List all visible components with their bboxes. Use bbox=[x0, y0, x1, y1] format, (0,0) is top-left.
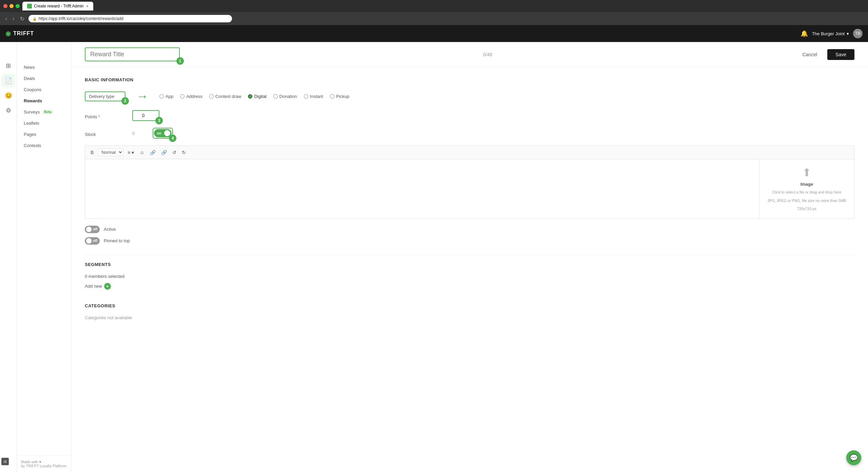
redo-button[interactable]: ↻ bbox=[180, 149, 187, 156]
plus-icon: + bbox=[104, 283, 111, 290]
delivery-option-app[interactable]: App bbox=[159, 94, 173, 99]
pinned-toggle-off-label: off bbox=[93, 239, 97, 243]
sidebar-item-label-deals: Deals bbox=[24, 76, 35, 81]
window-controls[interactable] bbox=[3, 4, 20, 8]
radio-donation[interactable] bbox=[273, 94, 278, 99]
reload-button[interactable]: ↻ bbox=[19, 15, 26, 23]
stock-toggle[interactable]: on bbox=[154, 129, 172, 137]
pinned-toggle-knob bbox=[86, 238, 92, 244]
radio-address[interactable] bbox=[180, 94, 185, 99]
sidebar-nav: News Deals Coupons Rewards Surveys Beta … bbox=[17, 42, 71, 472]
page-header: 1 0/48 Cancel Save bbox=[71, 42, 868, 67]
radio-app[interactable] bbox=[159, 94, 164, 99]
delivery-option-donation[interactable]: Donation bbox=[273, 94, 297, 99]
format-select[interactable]: Normal bbox=[98, 148, 123, 156]
sidebar-item-pages[interactable]: Pages bbox=[17, 129, 71, 140]
delivery-option-instant[interactable]: Instant bbox=[304, 94, 323, 99]
browser-chrome: Create reward - Trifft Admin ✕ bbox=[0, 0, 868, 12]
radio-digital[interactable] bbox=[248, 94, 252, 99]
main-content: 1 0/48 Cancel Save BASIC INFORMATION Del… bbox=[71, 42, 868, 472]
form-body: BASIC INFORMATION Delivery type 2 → App … bbox=[71, 67, 868, 330]
categories-section: CATEGORIES Categories not available bbox=[85, 296, 854, 320]
user-avatar[interactable]: TB bbox=[853, 29, 863, 38]
list-button[interactable]: ≡ ▾ bbox=[126, 149, 135, 156]
sidebar-item-deals[interactable]: Deals bbox=[17, 73, 71, 84]
notification-icon[interactable]: 🔔 bbox=[801, 30, 808, 37]
add-new-button[interactable]: Add new + bbox=[85, 283, 111, 290]
radio-pickup[interactable] bbox=[330, 94, 334, 99]
active-toggle-knob bbox=[86, 227, 92, 232]
address-bar[interactable]: 🔒 https://app.trifft.io/caciokiy/content… bbox=[28, 15, 232, 22]
sidebar-item-label-rewards: Rewards bbox=[24, 98, 42, 103]
annotation-2: 2 bbox=[121, 97, 129, 105]
categories-empty: Categories not available bbox=[85, 315, 854, 320]
delivery-options: App Address Contest draw Digital Donatio… bbox=[159, 94, 349, 99]
active-toggle[interactable]: off bbox=[85, 226, 100, 233]
sidebar-icon-grid[interactable]: ⊞ bbox=[2, 59, 15, 73]
maximize-button[interactable] bbox=[16, 4, 20, 8]
sidebar-item-contests[interactable]: Contests bbox=[17, 140, 71, 151]
delivery-option-pickup[interactable]: Pickup bbox=[330, 94, 349, 99]
sidebar-item-news[interactable]: News bbox=[17, 62, 71, 73]
tab-close-button[interactable]: ✕ bbox=[86, 4, 89, 8]
pinned-toggle[interactable]: off bbox=[85, 237, 100, 245]
widget-bottom[interactable]: id bbox=[1, 458, 9, 465]
link-button[interactable]: 🔗 bbox=[149, 149, 157, 156]
nav-section: News Deals Coupons Rewards Surveys Beta … bbox=[17, 59, 71, 154]
upload-icon: ⬆ bbox=[802, 166, 811, 179]
user-menu[interactable]: The Burger Joint ▾ bbox=[812, 31, 849, 36]
chevron-down-icon: ▾ bbox=[847, 31, 849, 36]
segments-section: SEGMENTS 0 members selected Add new + bbox=[85, 255, 854, 290]
sidebar-icon-content[interactable]: 📄 bbox=[2, 74, 15, 87]
browser-tab[interactable]: Create reward - Trifft Admin ✕ bbox=[22, 2, 93, 11]
minimize-button[interactable] bbox=[9, 4, 14, 8]
back-button[interactable]: ‹ bbox=[4, 15, 8, 22]
unlink-button[interactable]: 🔗 bbox=[160, 149, 168, 156]
sidebar-item-coupons[interactable]: Coupons bbox=[17, 84, 71, 95]
sidebar-item-rewards[interactable]: Rewards bbox=[17, 95, 71, 106]
delivery-option-address[interactable]: Address bbox=[180, 94, 202, 99]
close-button[interactable] bbox=[3, 4, 7, 8]
sidebar-item-leaflets[interactable]: Leaflets bbox=[17, 118, 71, 129]
description-editor[interactable] bbox=[85, 159, 759, 219]
sidebar-item-label-contests: Contests bbox=[24, 143, 41, 148]
delivery-option-digital[interactable]: Digital bbox=[248, 94, 266, 99]
delivery-option-contest-draw[interactable]: Contest draw bbox=[209, 94, 242, 99]
footer-line1: Made with ♥ bbox=[21, 460, 67, 464]
save-button[interactable]: Save bbox=[827, 49, 854, 60]
emoji-button[interactable]: ☺ bbox=[138, 149, 146, 156]
image-upload-area[interactable]: ⬆ Image Click to select a file or drag a… bbox=[759, 159, 854, 219]
delivery-label-wrapper: Delivery type 2 bbox=[85, 91, 126, 101]
undo-button[interactable]: ↺ bbox=[171, 149, 178, 156]
radio-instant[interactable] bbox=[304, 94, 308, 99]
app-topbar: ◉ TRIFFT 🔔 The Burger Joint ▾ TB bbox=[0, 25, 868, 42]
chat-button[interactable]: 💬 bbox=[846, 450, 861, 465]
annotation-arrow: → bbox=[136, 89, 149, 103]
pinned-toggle-row: off Pinned to top bbox=[85, 237, 854, 245]
header-actions: Cancel Save bbox=[795, 49, 854, 60]
active-toggle-off-label: off bbox=[93, 227, 97, 231]
pinned-label: Pinned to top bbox=[104, 238, 130, 243]
title-wrapper: 1 bbox=[85, 47, 180, 61]
sidebar-icon-settings[interactable]: ⚙ bbox=[2, 104, 15, 117]
logo-icon: ◉ bbox=[5, 30, 11, 37]
stock-label: Stock bbox=[85, 130, 126, 137]
reward-title-input[interactable] bbox=[85, 47, 180, 61]
forward-button[interactable]: › bbox=[11, 15, 16, 22]
radio-contest-draw[interactable] bbox=[209, 94, 214, 99]
add-new-label: Add new bbox=[85, 284, 102, 289]
cancel-button[interactable]: Cancel bbox=[795, 49, 824, 60]
categories-title: CATEGORIES bbox=[85, 303, 854, 308]
sidebar-icon-emoji[interactable]: 😊 bbox=[2, 89, 15, 102]
basic-info-title: BASIC INFORMATION bbox=[85, 77, 854, 82]
sidebar-item-label-pages: Pages bbox=[24, 132, 36, 137]
editor-body: ⬆ Image Click to select a file or drag a… bbox=[85, 159, 854, 219]
address-bar-row: ‹ › ↻ 🔒 https://app.trifft.io/caciokiy/c… bbox=[0, 12, 868, 25]
bold-button[interactable]: B bbox=[89, 149, 95, 156]
sidebar-item-surveys[interactable]: Surveys Beta bbox=[17, 106, 71, 118]
editor-wrapper: B Normal ≡ ▾ ☺ 🔗 🔗 ↺ ↻ bbox=[85, 145, 854, 219]
points-input-wrapper: 3 bbox=[132, 110, 159, 121]
app-container: ◉ TRIFFT 🔔 The Burger Joint ▾ TB ⊞ 📄 😊 ⚙… bbox=[0, 25, 868, 472]
points-label: Points * bbox=[85, 112, 126, 119]
image-section-label: Image bbox=[801, 182, 813, 187]
